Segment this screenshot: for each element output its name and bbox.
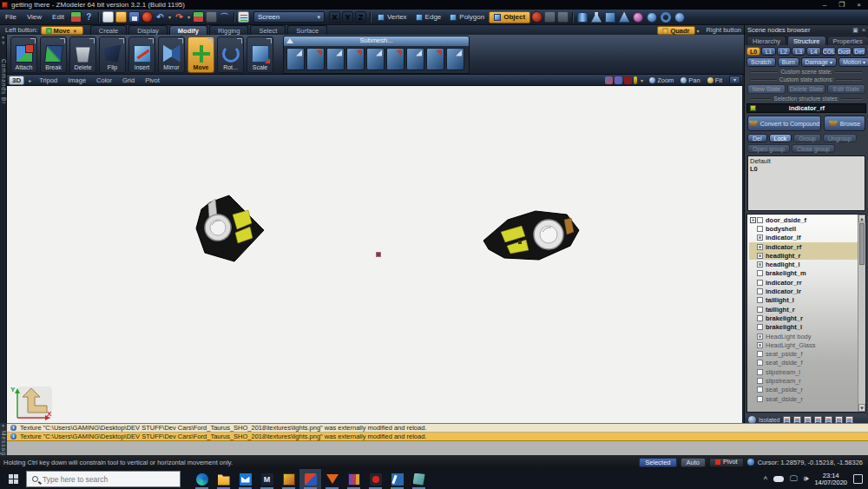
ribbon-tab[interactable]: Surface <box>287 25 327 35</box>
help-icon[interactable]: ? <box>83 11 95 23</box>
start-button[interactable] <box>0 469 26 489</box>
node-visibility-checkbox[interactable] <box>757 253 763 259</box>
primitive-torus-icon[interactable] <box>661 12 671 23</box>
action-center-icon[interactable] <box>853 474 863 484</box>
group-action-button[interactable]: Ungroup <box>823 134 857 142</box>
record-icon[interactable] <box>141 11 153 23</box>
tool-button[interactable]: Break <box>40 36 67 73</box>
shading-toggle-icon[interactable] <box>605 76 613 84</box>
messages-strip[interactable]: × Messag <box>0 423 7 455</box>
node-row[interactable]: + bodyshell <box>749 224 858 233</box>
submesh-smooth-icon[interactable] <box>426 48 444 70</box>
pivot-mode-chip[interactable]: Pivot <box>709 458 744 467</box>
taskbar-app-media[interactable] <box>278 469 299 489</box>
close-strip-icon[interactable]: × <box>0 423 6 429</box>
viewport-menu-item[interactable]: Grid <box>117 76 140 84</box>
node-visibility-checkbox[interactable] <box>757 315 763 321</box>
world-space-icon[interactable] <box>747 459 754 466</box>
axis-toggle[interactable]: Y <box>342 11 353 23</box>
view-type-button[interactable]: 3D <box>9 76 24 85</box>
panel-tab[interactable]: Structure <box>787 36 825 45</box>
taskbar-app-recorder[interactable] <box>365 469 386 489</box>
ribbon-tab[interactable]: Display <box>128 25 168 35</box>
state-action-button[interactable]: Delete State <box>787 84 825 94</box>
submesh-sweep-icon[interactable] <box>306 48 325 70</box>
viewport-menu-item[interactable]: Color <box>91 76 117 84</box>
menu-item[interactable]: View <box>22 13 47 21</box>
node-visibility-checkbox[interactable] <box>757 280 763 286</box>
taskbar-app-explorer[interactable] <box>213 469 234 489</box>
node-row[interactable]: + seat_dside_r <box>749 394 858 403</box>
submesh-weld-icon[interactable] <box>366 48 385 70</box>
node-row[interactable]: + indicator_rf <box>749 242 858 251</box>
pan-control[interactable]: Pan <box>678 76 702 84</box>
state-list-item[interactable]: Default <box>750 157 863 165</box>
node-visibility-checkbox[interactable] <box>757 342 763 348</box>
node-visibility-checkbox[interactable] <box>757 226 763 232</box>
ribbon-tab[interactable]: Select <box>250 25 286 35</box>
panel-close-icon[interactable]: × <box>862 27 865 34</box>
panel-tab[interactable]: Hierarchy <box>746 36 786 45</box>
structure-states-list[interactable]: DefaultL0 <box>747 155 865 211</box>
node-row[interactable]: + taillight_l <box>749 296 858 305</box>
taskbar-app-editor[interactable] <box>386 469 408 489</box>
state-action-button[interactable]: New State <box>747 84 786 94</box>
primitive-box-icon[interactable] <box>605 12 615 23</box>
level-button[interactable]: L0 <box>746 47 760 56</box>
space-mode-dropdown[interactable]: Screen ▾ <box>253 11 325 23</box>
collapse-icon[interactable] <box>286 38 293 43</box>
node-row[interactable]: + brakelight_r <box>749 314 858 322</box>
expand-icon[interactable]: + <box>750 217 756 223</box>
node-visibility-checkbox[interactable] <box>757 378 763 384</box>
network-icon[interactable]: 🖵 <box>790 474 798 484</box>
primitive-geosphere-icon[interactable] <box>647 12 657 23</box>
chevron-down-icon[interactable]: ▾ <box>697 28 700 34</box>
level-button[interactable]: COL <box>822 47 836 56</box>
group-action-button[interactable]: Group <box>793 134 820 142</box>
settings-list-icon[interactable] <box>238 11 249 23</box>
tool-button[interactable]: Attach <box>10 36 37 73</box>
node-visibility-checkbox[interactable] <box>757 307 763 313</box>
submesh-detach-icon[interactable] <box>326 48 345 70</box>
level-button[interactable]: L1 <box>761 47 775 56</box>
taskbar-app-triangle[interactable] <box>321 469 343 489</box>
node-visibility-checkbox[interactable] <box>757 351 763 357</box>
taskbar-app-mail[interactable] <box>234 469 256 489</box>
tool-button[interactable]: Move <box>187 36 214 73</box>
submesh-grid-icon[interactable] <box>446 48 464 70</box>
level-button[interactable]: L4 <box>806 47 820 56</box>
background-toggle-icon[interactable] <box>624 76 632 84</box>
taskbar-app-edge[interactable] <box>191 469 213 489</box>
viewport-options-dropdown[interactable]: ▾ <box>729 76 740 84</box>
node-visibility-checkbox[interactable] <box>757 297 763 303</box>
ribbon-tab[interactable]: Create <box>90 25 128 35</box>
selected-mode-chip[interactable]: Selected <box>639 458 676 467</box>
browse-button[interactable]: Browse <box>824 116 865 131</box>
viewport-menu-item[interactable]: Tripod <box>34 76 62 84</box>
headlight-mesh-right[interactable] <box>480 206 582 265</box>
primitive-cone-icon[interactable] <box>619 12 629 23</box>
level-button[interactable]: Dust <box>837 47 851 56</box>
damage-state-button[interactable]: Scratch <box>746 57 776 67</box>
level-button[interactable]: L2 <box>777 47 791 56</box>
node-row[interactable]: + brakelight_l <box>749 323 858 332</box>
scroll-up-icon[interactable]: ▲ <box>858 215 865 222</box>
3d-viewport[interactable]: Y X <box>7 86 742 423</box>
fit-control[interactable]: Fit <box>705 76 725 84</box>
taskbar-app-notes[interactable] <box>408 469 430 489</box>
menu-item[interactable]: File <box>0 13 22 21</box>
selection-mode-button[interactable]: Polygon <box>445 11 489 23</box>
state-list-item[interactable]: L0 <box>750 165 863 173</box>
damage-state-button[interactable]: Damage <box>801 57 837 67</box>
curve-tool-icon[interactable]: ⌒ <box>219 11 230 23</box>
node-visibility-checkbox[interactable] <box>757 244 763 250</box>
node-row[interactable]: + slipstream_r <box>749 376 858 385</box>
menu-item[interactable]: Edit <box>47 13 69 21</box>
submesh-split-icon[interactable] <box>346 48 365 70</box>
node-visibility-checkbox[interactable] <box>757 261 763 268</box>
node-visibility-checkbox[interactable] <box>757 217 763 223</box>
node-row[interactable]: + seat_dside_f <box>749 359 858 367</box>
viewport-menu-item[interactable]: Pivot <box>140 76 165 84</box>
group-action-button[interactable]: Lock <box>769 134 792 142</box>
help-strip-icon[interactable]: ? <box>0 41 6 47</box>
